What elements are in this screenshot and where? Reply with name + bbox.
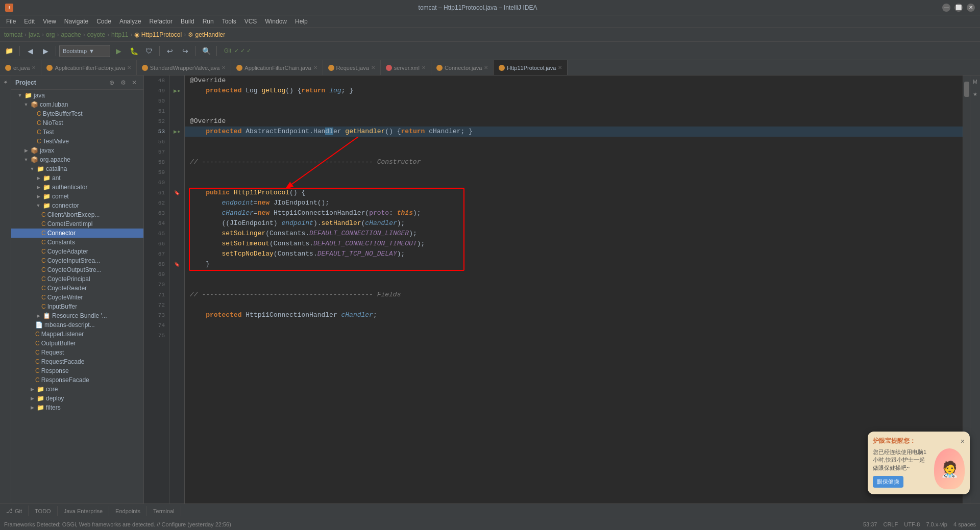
tree-item-catalina[interactable]: ▼ 📁 catalina bbox=[11, 164, 143, 173]
tree-item-comet[interactable]: ▶ 📁 comet bbox=[11, 192, 143, 201]
search-btn[interactable]: 🔍 bbox=[199, 44, 213, 58]
tab-request[interactable]: Request.java ✕ bbox=[323, 60, 381, 75]
tab-er-java[interactable]: er.java ✕ bbox=[0, 60, 41, 75]
breadcrumb-tomcat[interactable]: tomcat bbox=[4, 31, 22, 38]
tree-item-java[interactable]: ▼ 📁 java bbox=[11, 91, 143, 100]
menu-navigate[interactable]: Navigate bbox=[60, 17, 92, 26]
menu-analyze[interactable]: Analyze bbox=[115, 17, 145, 26]
tab-close-hp[interactable]: ✕ bbox=[558, 65, 562, 70]
tab-close-afc[interactable]: ✕ bbox=[313, 65, 317, 70]
tree-item-authenticator[interactable]: ▶ 📁 authenticator bbox=[11, 183, 143, 192]
status-crlf[interactable]: CRLF bbox=[883, 521, 898, 527]
tab-serverxml[interactable]: server.xml ✕ bbox=[381, 60, 431, 75]
menu-edit[interactable]: Edit bbox=[20, 17, 39, 26]
tree-item-orgapache[interactable]: ▼ 📦 org.apache bbox=[11, 155, 143, 164]
tree-item-deploy[interactable]: ▶ 📁 deploy bbox=[11, 394, 143, 403]
tree-item-testvalve[interactable]: ▷ C TestValve bbox=[11, 137, 143, 146]
tree-item-niotest[interactable]: ▷ C NioTest bbox=[11, 118, 143, 128]
tree-arrow[interactable]: ▼ bbox=[35, 203, 41, 208]
window-controls[interactable]: — ⬜ ✕ bbox=[942, 4, 975, 12]
forward-btn[interactable]: ▶ bbox=[38, 44, 53, 58]
breadcrumb-method[interactable]: ⚙ getHandler bbox=[188, 31, 225, 38]
tree-item-clientabortexcep[interactable]: C ClientAbortExcep... bbox=[11, 210, 143, 219]
menu-run[interactable]: Run bbox=[199, 17, 218, 26]
code-editor[interactable]: 48 49 50 51 52 53 56 57 58 59 60 61 62 6… bbox=[144, 75, 970, 503]
tree-arrow[interactable]: ▶ bbox=[35, 185, 41, 190]
coverage-btn[interactable]: 🛡 bbox=[142, 44, 156, 58]
run-btn[interactable]: ▶ bbox=[111, 44, 126, 58]
tree-item-inputbuffer[interactable]: C InputBuffer bbox=[11, 302, 143, 311]
code-area[interactable]: 48 49 50 51 52 53 56 57 58 59 60 61 62 6… bbox=[144, 75, 970, 503]
tree-arrow[interactable]: ▼ bbox=[29, 166, 35, 171]
menu-vcs[interactable]: VCS bbox=[240, 17, 261, 26]
tab-close-aff[interactable]: ✕ bbox=[127, 65, 131, 70]
configuration-dropdown[interactable]: Bootstrap ▼ bbox=[59, 45, 110, 57]
favorites-btn[interactable]: ★ bbox=[1, 78, 10, 87]
tab-standardwrappervalve[interactable]: StandardWrapperValve.java ✕ bbox=[137, 60, 232, 75]
tree-arrow[interactable]: ▶ bbox=[23, 148, 29, 153]
minimize-button[interactable]: — bbox=[942, 4, 950, 12]
bottom-tab-terminal[interactable]: Terminal bbox=[147, 506, 181, 516]
tab-close-sx[interactable]: ✕ bbox=[422, 65, 426, 70]
breadcrumb-java[interactable]: java bbox=[29, 31, 40, 38]
tree-item-filters[interactable]: ▶ 📁 filters bbox=[11, 403, 143, 412]
menu-refactor[interactable]: Refactor bbox=[145, 17, 177, 26]
menu-window[interactable]: Window bbox=[261, 17, 291, 26]
tab-applicationfilterfactory[interactable]: ApplicationFilterFactory.java ✕ bbox=[41, 60, 136, 75]
favorites-right-btn[interactable]: ★ bbox=[971, 90, 979, 98]
sidebar-sync-btn[interactable]: ⊕ bbox=[107, 78, 117, 88]
close-button[interactable]: ✕ bbox=[967, 4, 975, 12]
tab-close-cj[interactable]: ✕ bbox=[484, 65, 488, 70]
tree-item-core[interactable]: ▶ 📁 core bbox=[11, 385, 143, 394]
tree-item-coyotewriter[interactable]: C CoyoteWriter bbox=[11, 293, 143, 302]
breadcrumb-http11[interactable]: http11 bbox=[111, 31, 128, 38]
menu-code[interactable]: Code bbox=[92, 17, 115, 26]
mascot-close-button[interactable]: × bbox=[961, 437, 965, 445]
tree-item-response[interactable]: C Response bbox=[11, 366, 143, 375]
tree-item-ant[interactable]: ▶ 📁 ant bbox=[11, 173, 143, 183]
tree-item-cometeventimpl[interactable]: C CometEventImpl bbox=[11, 219, 143, 229]
tree-item-connector[interactable]: ▼ 📁 connector bbox=[11, 201, 143, 210]
menu-file[interactable]: File bbox=[2, 17, 20, 26]
status-charset[interactable]: UTF-8 bbox=[904, 521, 920, 527]
tab-connectorjava[interactable]: Connector.java ✕ bbox=[431, 60, 494, 75]
tree-item-responsefacade[interactable]: C ResponseFacade bbox=[11, 375, 143, 385]
tree-arrow[interactable]: ▶ bbox=[35, 175, 41, 181]
tree-item-mapperlistener[interactable]: C MapperListener bbox=[11, 330, 143, 339]
tree-item-requestfacade[interactable]: C RequestFacade bbox=[11, 357, 143, 366]
maximize-button[interactable]: ⬜ bbox=[954, 4, 963, 12]
tree-arrow[interactable]: ▼ bbox=[23, 102, 29, 107]
status-context[interactable]: 7.0.x-vip bbox=[926, 521, 947, 527]
tab-http11protocol[interactable]: Http11Protocol.java ✕ bbox=[494, 60, 568, 75]
menu-build[interactable]: Build bbox=[177, 17, 199, 26]
tree-item-javax[interactable]: ▶ 📦 javax bbox=[11, 146, 143, 155]
mascot-action-button[interactable]: 眼保健操 bbox=[873, 476, 903, 488]
tree-item-coyoteprincipal[interactable]: C CoyotePrincipal bbox=[11, 274, 143, 284]
tab-close-er[interactable]: ✕ bbox=[32, 65, 36, 70]
tree-item-outputbuffer[interactable]: C OutputBuffer bbox=[11, 339, 143, 348]
breadcrumb-coyote[interactable]: coyote bbox=[87, 31, 105, 38]
tree-item-comluban[interactable]: ▼ 📦 com.luban bbox=[11, 100, 143, 109]
bottom-tab-javaee[interactable]: Java Enterprise bbox=[58, 506, 109, 516]
tree-item-connector-class[interactable]: C Connector bbox=[11, 229, 143, 238]
breadcrumb-class[interactable]: ◉ Http11Protocol bbox=[134, 31, 182, 38]
tree-arrow[interactable]: ▼ bbox=[23, 157, 29, 162]
tab-applicationfilterchain[interactable]: ApplicationFilterChain.java ✕ bbox=[231, 60, 323, 75]
tree-item-coyoteoutputstream[interactable]: C CoyoteOutputStre... bbox=[11, 265, 143, 274]
tree-item-test[interactable]: ▷ C Test bbox=[11, 128, 143, 137]
code-content[interactable]: @Override protected Log getLog() { retur… bbox=[185, 75, 963, 503]
menu-help[interactable]: Help bbox=[291, 17, 312, 26]
breadcrumb-org[interactable]: org bbox=[46, 31, 55, 38]
tab-close-req[interactable]: ✕ bbox=[371, 65, 375, 70]
menu-tools[interactable]: Tools bbox=[218, 17, 240, 26]
back-btn[interactable]: ◀ bbox=[23, 44, 37, 58]
status-position[interactable]: 53:37 bbox=[863, 521, 877, 527]
breadcrumb-apache[interactable]: apache bbox=[61, 31, 81, 38]
menu-view[interactable]: View bbox=[39, 17, 60, 26]
tree-arrow[interactable]: ▶ bbox=[29, 405, 35, 410]
tree-item-coyoteinputstream[interactable]: C CoyoteInputStrea... bbox=[11, 256, 143, 265]
tab-close-swv[interactable]: ✕ bbox=[222, 65, 226, 70]
maven-btn[interactable]: M bbox=[971, 78, 979, 86]
tree-arrow[interactable]: ▶ bbox=[35, 313, 41, 318]
tree-item-coyoteadapter[interactable]: C CoyoteAdapter bbox=[11, 247, 143, 256]
